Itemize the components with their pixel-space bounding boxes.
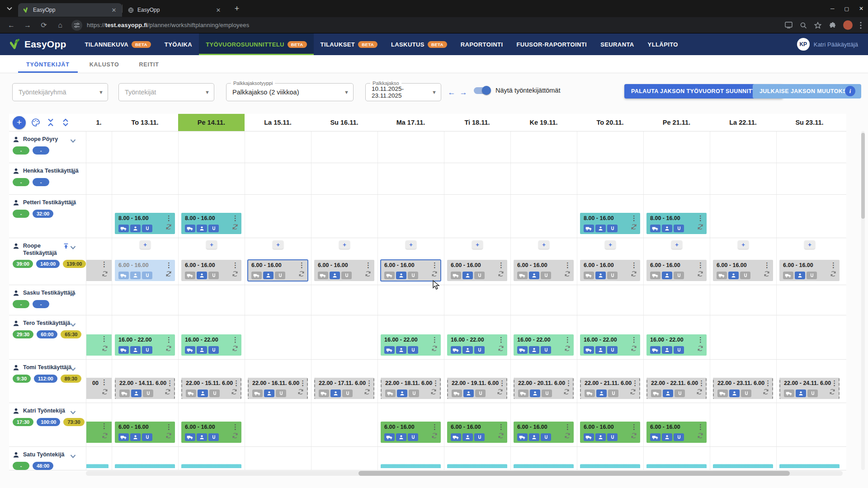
- truck-chip[interactable]: [650, 433, 660, 441]
- day-cell[interactable]: 22.00 - 14.11. 6.00⋮: [112, 360, 178, 403]
- route-chip[interactable]: [740, 272, 750, 279]
- row-expand-chevron-icon[interactable]: [70, 243, 76, 251]
- day-cell[interactable]: 16.00 - 22.00⋮: [577, 315, 643, 359]
- shift-card[interactable]: 6.00 - 16.00⋮: [447, 260, 507, 281]
- truck-chip[interactable]: [185, 346, 195, 354]
- url-text[interactable]: https://test.easyopp.fi/planner/workshif…: [87, 22, 249, 28]
- card-menu-icon[interactable]: ⋮: [499, 381, 505, 385]
- card-menu-icon[interactable]: ⋮: [431, 338, 438, 342]
- person-chip[interactable]: [529, 272, 539, 279]
- truck-chip[interactable]: [584, 346, 594, 354]
- close-window-button[interactable]: ✕: [859, 5, 863, 12]
- add-shift-to-day-button[interactable]: +: [538, 240, 549, 249]
- card-menu-icon[interactable]: ⋮: [631, 425, 637, 429]
- day-cell[interactable]: [245, 195, 311, 238]
- card-menu-icon[interactable]: ⋮: [831, 381, 838, 385]
- card-menu-icon[interactable]: ⋮: [830, 263, 837, 267]
- shift-card-cutoff[interactable]: ⋮: [86, 422, 112, 443]
- day-cell[interactable]: 22.00 - 24.11. 6.00⋮: [776, 360, 843, 403]
- day-cell[interactable]: [510, 195, 577, 238]
- truck-chip[interactable]: [518, 389, 528, 397]
- shift-card[interactable]: 6.00 - 16.00⋮: [646, 422, 707, 443]
- nav-item-laskutus[interactable]: LASKUTUSBETA: [384, 33, 454, 55]
- shift-card[interactable]: 22.00 - 14.11. 6.00⋮: [115, 378, 175, 399]
- route-chip[interactable]: [474, 272, 485, 279]
- cast-icon[interactable]: [785, 22, 793, 28]
- shift-card[interactable]: 16.00 - 22.00⋮: [646, 334, 707, 356]
- card-menu-icon[interactable]: ⋮: [632, 381, 638, 385]
- day-cell[interactable]: 6.00 - 16.00⋮: [178, 403, 245, 446]
- employee-group-select[interactable]: Työntekijäryhmä ▼: [12, 83, 108, 101]
- card-menu-icon[interactable]: ⋮: [564, 263, 571, 267]
- site-settings-icon[interactable]: [71, 20, 82, 31]
- shift-card[interactable]: 22.00 - 15.11. 6.00⋮: [181, 378, 241, 399]
- row-expand-chevron-icon[interactable]: [70, 408, 76, 416]
- tab-kalusto[interactable]: KALUSTO: [81, 57, 127, 73]
- person-chip[interactable]: [795, 272, 805, 279]
- day-cell[interactable]: [178, 163, 245, 194]
- day-cell[interactable]: [710, 131, 776, 163]
- card-menu-icon[interactable]: ⋮: [232, 338, 239, 342]
- shift-card[interactable]: 6.00 - 16.00⋮: [580, 260, 640, 281]
- day-cell[interactable]: [643, 447, 710, 470]
- day-cell[interactable]: 22.00 - 23.11. 6.00⋮: [710, 360, 776, 403]
- day-cell[interactable]: [510, 131, 577, 163]
- user-avatar[interactable]: KP: [797, 38, 810, 51]
- day-cell[interactable]: [643, 163, 710, 194]
- person-chip[interactable]: [662, 346, 672, 354]
- nav-item-työvuorosuunnittelu[interactable]: TYÖVUOROSUUNNITTELUBETA: [199, 33, 313, 55]
- day-cell[interactable]: 22.00 - 21.11. 6.00⋮: [577, 360, 643, 403]
- route-chip[interactable]: [674, 225, 684, 232]
- add-shift-to-day-button[interactable]: +: [406, 240, 416, 249]
- vertical-scrollbar-thumb[interactable]: [861, 133, 865, 219]
- shift-card-cutoff-bottom[interactable]: [381, 464, 441, 468]
- day-cell[interactable]: [377, 447, 444, 470]
- person-chip[interactable]: [662, 433, 672, 441]
- day-cell[interactable]: 8.00 - 16.00⋮: [178, 195, 245, 238]
- day-cell[interactable]: [510, 285, 577, 315]
- day-cell[interactable]: + 6.00 - 16.00⋮: [776, 238, 843, 285]
- nav-item-ylläpito[interactable]: YLLÄPITO: [641, 33, 685, 55]
- person-chip[interactable]: [463, 389, 474, 397]
- person-chip[interactable]: [596, 389, 607, 397]
- user-menu[interactable]: KP Katri Pääkäyttäjä: [797, 38, 868, 51]
- truck-chip[interactable]: [517, 272, 528, 279]
- truck-chip[interactable]: [451, 433, 461, 441]
- nav-item-fuusor-raportointi[interactable]: FUUSOR-RAPORTOINTI: [509, 33, 594, 55]
- route-chip[interactable]: [408, 272, 418, 279]
- payperiod-type-select[interactable]: Palkkajaksotyyppi Palkkajakso (2 viikkoa…: [226, 83, 354, 101]
- day-cell[interactable]: [112, 131, 178, 163]
- day-cell[interactable]: + 6.00 - 16.00⋮: [710, 238, 776, 285]
- day-cell[interactable]: [444, 447, 510, 470]
- shift-card[interactable]: 22.00 - 21.11. 6.00⋮: [580, 378, 640, 399]
- shift-card-cutoff-bottom[interactable]: [181, 464, 241, 468]
- person-chip[interactable]: [197, 225, 207, 232]
- route-chip[interactable]: [807, 389, 818, 397]
- shift-card-cutoff-bottom[interactable]: [646, 464, 707, 468]
- shift-card[interactable]: 16.00 - 22.00⋮: [514, 334, 574, 356]
- shift-card[interactable]: 22.00 - 20.11. 6.00⋮: [514, 378, 574, 399]
- route-chip[interactable]: [208, 225, 219, 232]
- horizontal-scrollbar[interactable]: [86, 471, 843, 476]
- truck-chip[interactable]: [584, 225, 594, 232]
- day-cell[interactable]: [311, 447, 377, 470]
- day-cell[interactable]: [510, 163, 577, 194]
- route-chip[interactable]: [607, 346, 618, 354]
- add-shift-to-day-button[interactable]: +: [206, 240, 217, 249]
- day-cell[interactable]: [444, 131, 510, 163]
- shift-card-cutoff-bottom[interactable]: [514, 464, 574, 468]
- nav-item-työaika[interactable]: TYÖAIKA: [158, 33, 199, 55]
- truck-chip[interactable]: [650, 346, 660, 354]
- day-cell[interactable]: [86, 195, 112, 238]
- person-chip[interactable]: [728, 272, 739, 279]
- person-chip[interactable]: [396, 272, 406, 279]
- payperiod-select[interactable]: Palkkajakso 10.11.2025-23.11.2025 ▼: [365, 83, 441, 101]
- shift-card[interactable]: 6.00 - 16.00⋮: [646, 260, 707, 281]
- nav-item-tilannekuva[interactable]: TILANNEKUVABETA: [78, 33, 157, 55]
- day-cell[interactable]: + 6.00 - 16.00⋮: [510, 238, 577, 285]
- card-menu-icon[interactable]: ⋮: [101, 380, 108, 385]
- day-cell[interactable]: [86, 285, 112, 315]
- person-chip[interactable]: [130, 433, 141, 441]
- person-chip[interactable]: [462, 272, 473, 279]
- day-cell[interactable]: [710, 403, 776, 446]
